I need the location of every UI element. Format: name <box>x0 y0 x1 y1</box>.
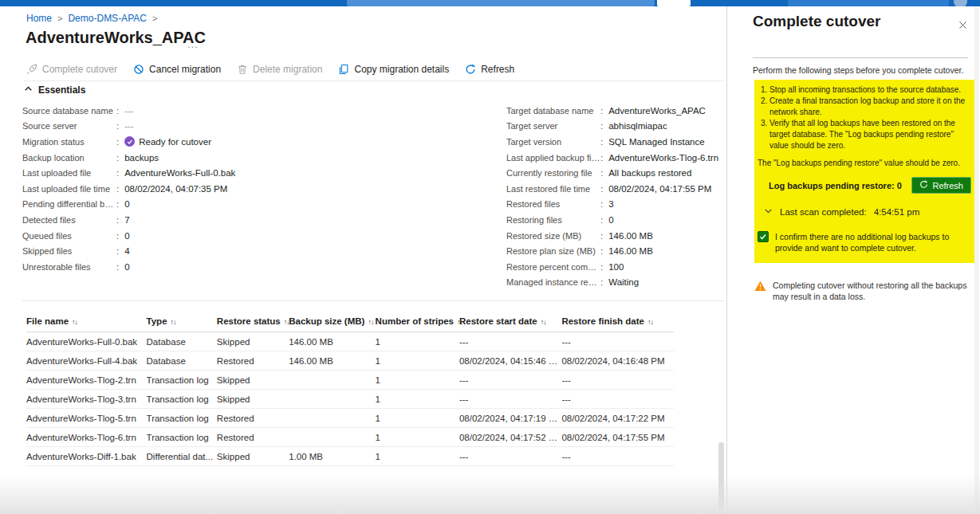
essentials-value: 08/02/2024, 04:17:55 PM <box>608 184 711 194</box>
cutover-step: Stop all incoming transactions to the so… <box>769 84 971 96</box>
table-cell: 08/02/2024, 04:15:46 PM <box>459 351 561 371</box>
table-row[interactable]: AdventureWorks-Tlog-2.trnTransaction log… <box>26 371 674 390</box>
table-cell <box>289 428 375 447</box>
table-row[interactable]: AdventureWorks-Full-4.bakDatabaseRestore… <box>26 351 674 371</box>
column-header-restore-status[interactable]: Restore status↑↓ <box>217 311 289 332</box>
main-scrollbar[interactable] <box>718 442 724 514</box>
complete-cutover-panel: Complete cutover Perform the following s… <box>727 6 980 514</box>
panel-refresh-button[interactable]: Refresh <box>911 177 971 194</box>
table-cell: --- <box>561 332 674 351</box>
colon: : <box>600 277 603 287</box>
close-icon[interactable] <box>955 18 970 32</box>
essentials-value: --- <box>124 121 134 131</box>
last-scan-expander[interactable]: Last scan completed: 4:54:51 pm <box>764 206 971 217</box>
essentials-row: Detected files:7 <box>22 212 293 228</box>
table-cell: 1 <box>376 409 459 428</box>
essentials-value: 4 <box>124 246 129 256</box>
topbar-button[interactable] <box>657 0 691 6</box>
confirm-row: I confirm there are no additional log ba… <box>758 231 971 253</box>
refresh-icon <box>465 64 476 75</box>
colon: : <box>600 153 603 163</box>
confirm-checkbox[interactable] <box>758 231 769 242</box>
breadcrumb: Home > Demo-DMS-APAC > <box>26 13 157 24</box>
delete-migration-button[interactable]: Delete migration <box>237 64 322 75</box>
command-label: Cancel migration <box>149 64 221 75</box>
table-cell: AdventureWorks-Diff-1.bak <box>26 447 147 466</box>
table-cell: --- <box>459 447 561 466</box>
refresh-button[interactable]: Refresh <box>465 64 514 75</box>
complete-cutover-button[interactable]: Complete cutover <box>26 64 117 75</box>
topbar-right-segment <box>788 0 949 6</box>
divider <box>22 300 724 301</box>
colon: : <box>116 184 119 194</box>
sort-icon: ↑↓ <box>171 318 176 326</box>
colon: : <box>600 137 603 147</box>
essentials-label: Last restored file time <box>506 184 600 194</box>
breadcrumb-separator: > <box>57 14 62 23</box>
table-cell: 08/02/2024, 04:16:48 PM <box>561 351 674 371</box>
cancel-icon <box>133 64 144 75</box>
essentials-value-text: backups <box>124 153 159 163</box>
table-row[interactable]: AdventureWorks-Diff-1.bakDifferential da… <box>26 447 674 466</box>
warning-text: Completing cutover without restoring all… <box>773 281 974 302</box>
essentials-value: 146.00 MB <box>608 231 653 241</box>
column-header-file-name[interactable]: File name↑↓ <box>26 311 147 332</box>
essentials-value: Waiting <box>608 277 639 287</box>
highlighted-instructions: Stop all incoming transactions to the so… <box>754 80 974 263</box>
essentials-value: SQL Managed Instance <box>608 137 704 147</box>
panel-scrollbar[interactable] <box>974 6 979 514</box>
copy-migration-details-button[interactable]: Copy migration details <box>338 64 449 75</box>
cutover-steps-list: Stop all incoming transactions to the so… <box>758 84 971 151</box>
breadcrumb-service-link[interactable]: Demo-DMS-APAC <box>68 13 146 24</box>
essentials-row: Skipped files:4 <box>22 243 293 259</box>
colon: : <box>116 246 119 256</box>
table-row[interactable]: AdventureWorks-Tlog-6.trnTransaction log… <box>26 428 674 447</box>
essentials-value: 0 <box>124 262 129 272</box>
colon: : <box>116 215 119 225</box>
colon: : <box>116 199 119 209</box>
column-header-backup-size-mb-[interactable]: Backup size (MB)↑↓ <box>289 311 375 332</box>
essentials-value-text: Ready for cutover <box>139 137 211 147</box>
table-row[interactable]: AdventureWorks-Tlog-3.trnTransaction log… <box>26 390 674 409</box>
colon: : <box>600 168 603 178</box>
command-label: Complete cutover <box>42 64 117 75</box>
cancel-migration-button[interactable]: Cancel migration <box>133 64 221 75</box>
essentials-toggle[interactable]: Essentials <box>24 84 85 96</box>
column-header-number-of-stripes[interactable]: Number of stripes↑↓ <box>376 311 459 332</box>
pending-restore-count: Log backups pending restore: 0 <box>769 181 902 190</box>
essentials-value: 0 <box>124 231 129 241</box>
breadcrumb-separator: > <box>152 14 157 23</box>
column-header-restore-start-date[interactable]: Restore start date↑↓ <box>459 311 561 332</box>
refresh-icon <box>919 180 928 190</box>
table-cell: Transaction log <box>147 428 217 447</box>
essentials-value-text: 4 <box>124 246 129 256</box>
essentials-label: Last uploaded file <box>22 168 116 178</box>
table-cell: AdventureWorks-Tlog-2.trn <box>26 371 147 390</box>
column-header-label: Type <box>147 316 167 326</box>
table-cell: --- <box>561 390 674 409</box>
column-header-restore-finish-date[interactable]: Restore finish date↑↓ <box>561 311 674 332</box>
global-search-input[interactable] <box>347 0 655 6</box>
chevron-down-icon <box>764 206 773 217</box>
last-scan-label: Last scan completed: <box>780 207 867 217</box>
table-row[interactable]: AdventureWorks-Tlog-5.trnTransaction log… <box>26 409 674 428</box>
essentials-value-text: 0 <box>608 215 613 225</box>
data-loss-warning: Completing cutover without restoring all… <box>754 281 974 302</box>
table-cell: --- <box>459 390 561 409</box>
essentials-row: Last restored file time:08/02/2024, 04:1… <box>506 181 726 197</box>
essentials-row: Pending differential back...:0 <box>22 197 293 213</box>
command-label: Refresh <box>481 64 514 75</box>
essentials-row: Last uploaded file:AdventureWorks-Full-0… <box>22 165 293 181</box>
column-header-type[interactable]: Type↑↓ <box>147 311 217 332</box>
breadcrumb-home-link[interactable]: Home <box>26 13 52 24</box>
trash-icon <box>237 64 248 75</box>
table-row[interactable]: AdventureWorks-Full-0.bakDatabaseSkipped… <box>26 332 674 351</box>
essentials-value: Ready for cutover <box>124 136 211 147</box>
essentials-row: Currently restoring file:All backups res… <box>506 165 726 181</box>
more-options-button[interactable]: ... <box>187 38 199 50</box>
essentials-value-text: All backups restored <box>608 168 691 178</box>
essentials-label: Skipped files <box>22 246 116 256</box>
essentials-value-text: AdventureWorks-Full-0.bak <box>124 168 235 178</box>
table-cell: Transaction log <box>147 409 217 428</box>
essentials-row: Last uploaded file time:08/02/2024, 04:0… <box>22 181 293 197</box>
